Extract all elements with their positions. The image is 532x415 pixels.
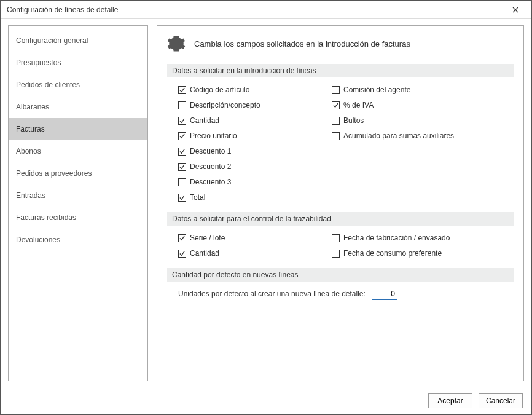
titlebar: Configuración de líneas de detalle (1, 1, 531, 19)
section-header-datos-lineas: Datos a solicitar en la introducción de … (167, 64, 514, 77)
checkbox-label: Acumulado para sumas auxiliares (343, 132, 454, 140)
button-label: Cancelar (486, 397, 515, 405)
sidebar-item-label: Pedidos a proveedores (16, 169, 92, 178)
checkbox-label: Serie / lote (190, 234, 225, 242)
button-label: Aceptar (437, 397, 463, 405)
sidebar-item-general[interactable]: Configuración general (9, 30, 147, 52)
accept-button[interactable]: Aceptar (428, 393, 472, 408)
checkbox-fecha-consumo[interactable]: Fecha de consumo preferente (332, 247, 503, 259)
sidebar-item-facturas-recibidas[interactable]: Facturas recibidas (9, 207, 147, 229)
checkbox-descuento-1[interactable]: Descuento 1 (178, 145, 332, 157)
checkbox-icon (178, 178, 186, 186)
checkbox-acumulado-sumas[interactable]: Acumulado para sumas auxiliares (332, 130, 503, 142)
checkbox-label: Cantidad (190, 116, 219, 125)
checkbox-icon (178, 234, 186, 242)
sidebar-item-abonos[interactable]: Abonos (9, 140, 147, 162)
checkbox-bultos[interactable]: Bultos (332, 114, 503, 127)
sidebar-item-label: Entradas (16, 191, 45, 200)
default-qty-input[interactable] (372, 288, 397, 300)
checkbox-icon (178, 250, 186, 258)
sidebar: Configuración general Presupuestos Pedid… (8, 25, 148, 381)
checkbox-label: Descuento 3 (190, 178, 231, 186)
checkbox-label: Fecha de fabricación / envasado (343, 234, 450, 242)
sidebar-item-devoluciones[interactable]: Devoluciones (9, 229, 147, 251)
checkbox-label: Bultos (343, 116, 364, 125)
checkbox-icon (332, 101, 340, 109)
checkbox-icon (178, 117, 186, 125)
checkbox-precio-unitario[interactable]: Precio unitario (178, 130, 332, 142)
section2-col-right: Fecha de fabricación / envasado Fecha de… (332, 232, 503, 259)
section-body-cantidad-defecto: Unidades por defecto al crear una nueva … (167, 282, 514, 304)
section1-col-right: Comisión del agente % de IVA Bultos Acum… (332, 84, 503, 204)
sidebar-item-label: Albaranes (16, 103, 49, 111)
checkbox-descuento-3[interactable]: Descuento 3 (178, 176, 332, 188)
checkbox-label: Cantidad (190, 249, 219, 258)
checkbox-icon (332, 250, 340, 258)
content-header: Cambia los campos solicitados en la intr… (167, 34, 514, 53)
checkbox-comision-agente[interactable]: Comisión del agente (332, 84, 503, 96)
dialog-window: Configuración de líneas de detalle Confi… (0, 0, 532, 415)
checkbox-icon (332, 132, 340, 140)
dialog-body: Configuración general Presupuestos Pedid… (1, 19, 531, 387)
sidebar-item-albaranes[interactable]: Albaranes (9, 96, 147, 118)
sidebar-item-label: Devoluciones (16, 235, 60, 244)
gear-icon (167, 34, 186, 53)
section1-col-left: Código de artículo Descripción/concepto … (178, 84, 332, 204)
sidebar-item-label: Configuración general (16, 36, 88, 45)
checkbox-icon (178, 101, 186, 109)
sidebar-item-label: Facturas recibidas (16, 213, 76, 222)
checkbox-icon (332, 117, 340, 125)
checkbox-label: Descripción/concepto (190, 101, 260, 109)
section-body-trazabilidad: Serie / lote Cantidad Fecha de fabricaci… (167, 226, 514, 263)
content-panel: Cambia los campos solicitados en la intr… (157, 25, 524, 381)
checkbox-icon (178, 163, 186, 171)
dialog-footer: Aceptar Cancelar (1, 387, 531, 414)
section-header-cantidad-defecto: Cantidad por defecto en nuevas líneas (167, 268, 514, 282)
checkbox-icon (178, 194, 186, 202)
checkbox-label: Descuento 1 (190, 147, 231, 156)
checkbox-label: Descuento 2 (190, 162, 231, 171)
checkbox-fecha-fabricacion[interactable]: Fecha de fabricación / envasado (332, 232, 503, 244)
checkbox-total[interactable]: Total (178, 191, 332, 204)
checkbox-traz-cantidad[interactable]: Cantidad (178, 247, 332, 259)
close-icon (512, 5, 518, 15)
sidebar-item-entradas[interactable]: Entradas (9, 184, 147, 207)
checkbox-label: Precio unitario (190, 132, 237, 140)
checkbox-codigo-articulo[interactable]: Código de artículo (178, 84, 332, 96)
checkbox-pct-iva[interactable]: % de IVA (332, 99, 503, 111)
checkbox-icon (178, 86, 186, 94)
checkbox-icon (332, 234, 340, 242)
checkbox-label: Código de artículo (190, 85, 249, 94)
checkbox-serie-lote[interactable]: Serie / lote (178, 232, 332, 244)
section-header-trazabilidad: Datos a solicitar para el control de la … (167, 212, 514, 226)
sidebar-item-pedidos-clientes[interactable]: Pedidos de clientes (9, 74, 147, 96)
close-button[interactable] (503, 1, 528, 18)
cancel-button[interactable]: Cancelar (479, 393, 523, 408)
checkbox-label: % de IVA (343, 101, 374, 109)
sidebar-item-pedidos-proveedores[interactable]: Pedidos a proveedores (9, 162, 147, 184)
sidebar-item-label: Abonos (16, 147, 41, 156)
checkbox-descuento-2[interactable]: Descuento 2 (178, 160, 332, 173)
checkbox-label: Fecha de consumo preferente (343, 249, 442, 258)
window-title: Configuración de líneas de detalle (7, 6, 118, 14)
section-body-datos-lineas: Código de artículo Descripción/concepto … (167, 77, 514, 207)
section2-col-left: Serie / lote Cantidad (178, 232, 332, 259)
checkbox-icon (178, 148, 186, 156)
content-header-title: Cambia los campos solicitados en la intr… (194, 39, 410, 49)
checkbox-label: Total (190, 193, 205, 202)
checkbox-descripcion[interactable]: Descripción/concepto (178, 99, 332, 111)
checkbox-label: Comisión del agente (343, 85, 410, 94)
sidebar-item-facturas[interactable]: Facturas (9, 118, 147, 140)
checkbox-icon (332, 86, 340, 94)
sidebar-item-presupuestos[interactable]: Presupuestos (9, 52, 147, 74)
sidebar-item-label: Pedidos de clientes (16, 81, 80, 89)
default-qty-label: Unidades por defecto al crear una nueva … (178, 290, 366, 298)
sidebar-item-label: Facturas (16, 125, 45, 133)
checkbox-icon (178, 132, 186, 140)
sidebar-item-label: Presupuestos (16, 58, 61, 67)
checkbox-cantidad[interactable]: Cantidad (178, 114, 332, 127)
